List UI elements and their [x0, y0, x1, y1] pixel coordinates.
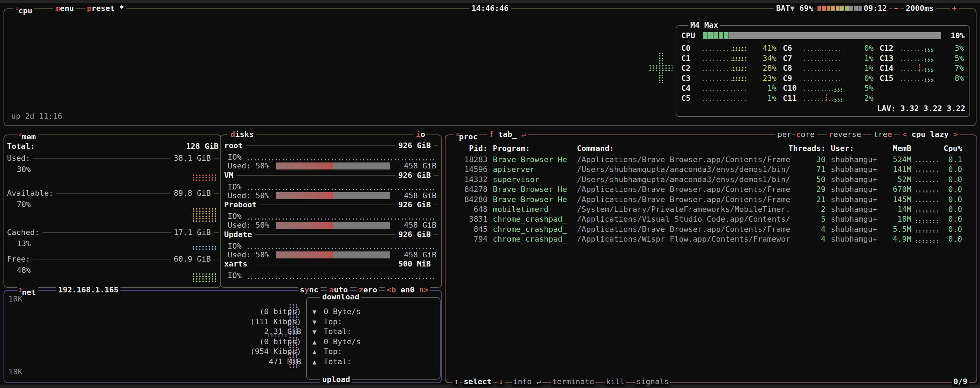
process-mem: 14M: [876, 205, 912, 214]
net-interface-switcher[interactable]: <b en0 n>: [385, 285, 430, 295]
preset-button[interactable]: preset *: [85, 3, 126, 13]
process-threads: 2: [780, 205, 826, 214]
per-core-toggle[interactable]: per-core: [775, 130, 817, 139]
load-average: LAV: 3.32 3.22 3.22: [877, 103, 965, 113]
mem-row-percent: 30%: [17, 165, 31, 174]
col-header-pid[interactable]: Pid:: [452, 143, 488, 153]
process-pid: 84278: [452, 184, 488, 194]
core-name: C11: [783, 94, 797, 103]
tab-cpu[interactable]: 1cpu: [13, 3, 34, 16]
battery-segment: [840, 6, 844, 11]
signals-button[interactable]: signals: [635, 377, 670, 386]
disk-io-label: IO%: [228, 241, 242, 251]
disk-rule-end: [434, 234, 439, 235]
process-command: /Applications/Wispr Flow.app/Contents/Fr…: [577, 234, 801, 244]
tree-hotkey: e: [888, 130, 892, 139]
core-percent: 41%: [751, 43, 776, 53]
net-stat-value: (111 Kibps): [250, 317, 301, 327]
iface-next-button[interactable]: n>: [419, 285, 429, 294]
battery-segment: [831, 6, 835, 11]
net-ip-address: 192.168.1.165: [56, 285, 121, 295]
col-header-cpu[interactable]: Cpu%: [927, 143, 962, 153]
clock: 14:46:46: [469, 3, 511, 13]
col-header-memb[interactable]: MemB: [876, 143, 912, 153]
col-header-threads[interactable]: Threads:: [780, 143, 826, 153]
tab-mem[interactable]: 2mem: [17, 130, 38, 142]
process-pid: 3831: [452, 214, 488, 224]
proc-search-field[interactable]: f tab_ ↵: [487, 130, 528, 139]
upload-arrow-icon: ▲: [312, 347, 316, 356]
process-threads: 29: [780, 184, 826, 194]
core-percent: 34%: [751, 54, 776, 64]
col-header-program[interactable]: Program:: [493, 143, 530, 153]
sort-field: cpu lazy: [907, 130, 953, 139]
disk-name-row: Preboot926 GiB: [224, 200, 439, 210]
net-stat-label: 0 Byte/s: [324, 337, 361, 347]
terminate-button[interactable]: terminate: [551, 377, 595, 386]
mem-row: Cached:17.1 GiB: [7, 227, 218, 237]
process-pid: 84280: [452, 195, 488, 205]
process-mem: 4.9M: [876, 234, 912, 244]
process-mem: 670M: [876, 184, 912, 194]
menu-label: enu: [60, 4, 74, 13]
disks-box: disks io root926 GiBIO%Used: 50%458 GiBV…: [220, 135, 442, 288]
mem-row: Used:38.1 GiB: [7, 153, 218, 163]
tab-proc[interactable]: 4proc: [454, 130, 479, 142]
cpu-total-percent: 10%: [943, 31, 964, 41]
sort-prev-button[interactable]: <: [902, 130, 907, 139]
interval-increase-button[interactable]: +: [950, 3, 959, 13]
core-percent: 23%: [751, 73, 776, 83]
process-cpu: 0.0: [927, 175, 962, 184]
window-top-strip: [0, 0, 980, 3]
disk-used-label: Used: 50%: [228, 191, 269, 200]
disk-name-row: root926 GiB: [224, 141, 439, 151]
process-pid: 14332: [452, 175, 488, 184]
iface-prev-button[interactable]: <b: [387, 285, 396, 294]
net-sync-toggle[interactable]: sync: [298, 285, 320, 295]
info-button[interactable]: info ↵: [512, 377, 542, 386]
download-title: download: [320, 292, 361, 302]
battery-percent: [795, 4, 799, 13]
core-name: C15: [880, 73, 894, 83]
process-command: /Applications/Brave Browser.app/Contents…: [577, 155, 801, 165]
kill-button[interactable]: kill: [605, 377, 626, 386]
reverse-toggle[interactable]: reverse: [827, 130, 863, 139]
process-cpu: 0.1: [927, 155, 962, 165]
io-label: o: [421, 130, 425, 139]
col-header-user[interactable]: User:: [831, 143, 854, 153]
menu-button[interactable]: menu: [53, 3, 76, 13]
disks-title[interactable]: disks: [228, 130, 256, 139]
col-header-command[interactable]: Command:: [577, 143, 614, 153]
select-up-button[interactable]: ↑: [452, 377, 460, 386]
disk-rule: [255, 234, 395, 235]
core-percent: 5%: [848, 83, 873, 93]
tree-toggle[interactable]: tree: [872, 130, 894, 139]
selection-count: 0/9: [952, 377, 969, 386]
io-mode-toggle[interactable]: io: [414, 130, 428, 139]
process-program: chrome_crashpad_: [493, 214, 567, 224]
battery-segment: [822, 6, 826, 11]
select-down-button[interactable]: ↓: [497, 377, 505, 386]
mem-row-rule: [56, 193, 171, 194]
download-arrow-icon: ▼: [312, 327, 316, 337]
battery-segment: [854, 6, 858, 11]
core-percent: 28%: [751, 64, 776, 73]
interval-decrease-button[interactable]: −: [892, 3, 900, 13]
disk-name-row: xarts500 MiB: [224, 259, 439, 269]
mem-row: Total:128 GiB: [7, 142, 218, 151]
preset-label: reset *: [91, 4, 124, 13]
iface-name: [396, 285, 401, 294]
net-stat-label: Top:: [324, 317, 342, 327]
disk-used-label: Used: 50%: [228, 220, 269, 230]
download-arrow-icon: ▼: [312, 307, 316, 316]
sort-selector[interactable]: < cpu lazy >: [900, 130, 960, 139]
core-name: C13: [880, 54, 894, 64]
core-name: C14: [880, 64, 894, 73]
battery-segment: [818, 6, 821, 11]
uptime: up 2d 11:16: [11, 111, 62, 121]
process-pid: 14596: [452, 165, 488, 174]
disk-used-meter: [276, 222, 390, 229]
sort-next-button[interactable]: >: [953, 130, 958, 139]
process-user: shubhamgu+: [831, 214, 877, 224]
disk-used-value: 458 GiB: [404, 191, 436, 200]
